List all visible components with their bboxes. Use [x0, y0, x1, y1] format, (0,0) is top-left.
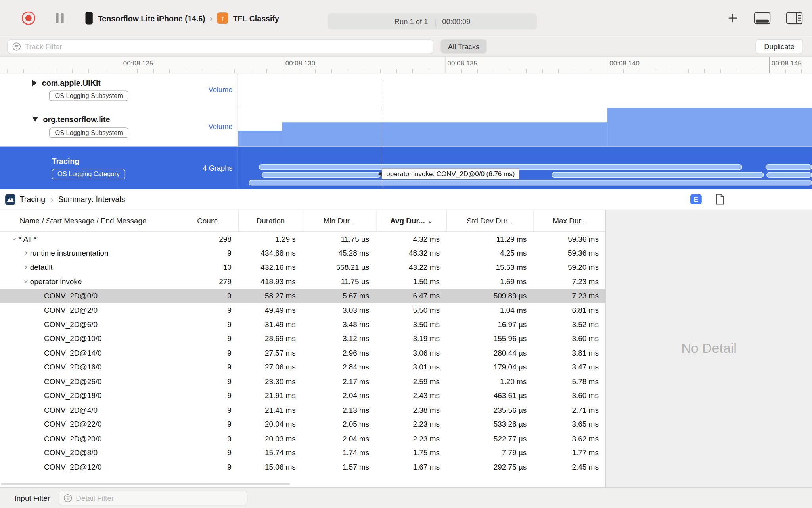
breadcrumb-current[interactable]: Summary: Intervals [58, 195, 125, 204]
right-pane-toggle-button[interactable] [786, 12, 803, 24]
row-min-duration: 2.05 ms [303, 420, 376, 428]
pause-button[interactable] [56, 13, 64, 23]
ruler-tick-label: 00:08.125 [123, 59, 153, 67]
table-row[interactable]: ›* All * 298 1.29 s 11.75 µs 4.32 ms 11.… [0, 232, 605, 246]
row-stddev-duration: 463.61 µs [447, 391, 534, 400]
row-min-duration: 2.13 ms [303, 406, 376, 414]
tracing-intervals-graph[interactable]: operator invoke: CONV_2D@0/0 (6.76 ms) [238, 147, 812, 189]
interval-bar[interactable] [552, 172, 764, 178]
interval-bar[interactable] [766, 172, 812, 178]
row-disclosure-icon[interactable]: › [22, 277, 29, 286]
track-name: Tracing [52, 156, 80, 165]
track-area: com.apple.UIKit OS Logging Subsystem Vol… [0, 73, 812, 189]
table-row[interactable]: CONV_2D@14/0 9 27.57 ms 2.96 ms 3.06 ms … [0, 346, 605, 360]
table-row[interactable]: CONV_2D@16/0 9 27.06 ms 2.84 ms 3.01 ms … [0, 360, 605, 374]
breadcrumb-root[interactable]: Tracing [20, 195, 46, 204]
table-row[interactable]: CONV_2D@22/0 9 20.04 ms 2.05 ms 2.23 ms … [0, 417, 605, 431]
record-button[interactable] [22, 12, 35, 25]
row-duration: 432.16 ms [239, 263, 303, 271]
table-row[interactable]: CONV_2D@6/0 9 31.49 ms 3.48 ms 3.50 ms 1… [0, 317, 605, 331]
row-duration: 23.30 ms [239, 377, 303, 386]
track-graph[interactable] [238, 73, 812, 106]
detail-filter-field[interactable] [58, 491, 247, 506]
track-filter-field[interactable] [7, 39, 433, 54]
ruler-tick-label: 00:08.145 [772, 59, 802, 67]
row-disclosure-icon[interactable]: › [11, 235, 18, 243]
row-stddev-duration: 292.75 µs [447, 463, 534, 471]
track-row-tracing[interactable]: Tracing OS Logging Category 4 Graphs ope… [0, 147, 812, 189]
track-row-tensorflow-lite[interactable]: org.tensorflow.lite OS Logging Subsystem… [0, 106, 812, 147]
row-min-duration: 558.21 µs [303, 263, 376, 271]
table-row[interactable]: ›runtime instrumentation 9 434.88 ms 45.… [0, 246, 605, 260]
row-count: 279 [176, 277, 239, 286]
row-name: CONV_2D@8/0 [44, 448, 98, 457]
row-stddev-duration: 179.04 µs [447, 363, 534, 371]
table-row[interactable]: CONV_2D@10/0 9 28.69 ms 3.12 ms 3.19 ms … [0, 331, 605, 346]
row-count: 298 [176, 235, 239, 243]
table-row[interactable]: CONV_2D@2/0 9 49.49 ms 3.03 ms 5.50 ms 1… [0, 303, 605, 317]
table-row[interactable]: ›operator invoke 279 418.93 ms 11.75 µs … [0, 275, 605, 289]
row-stddev-duration: 11.29 ms [447, 235, 534, 243]
table-row[interactable]: CONV_2D@20/0 9 20.03 ms 2.04 ms 2.23 ms … [0, 431, 605, 446]
row-name: * All * [19, 235, 36, 243]
track-row-uikit[interactable]: com.apple.UIKit OS Logging Subsystem Vol… [0, 73, 812, 106]
row-name: CONV_2D@22/0 [44, 420, 102, 428]
timeline-ruler[interactable]: 00:08.12500:08.13000:08.13500:08.14000:0… [0, 57, 812, 74]
extended-detail-button[interactable]: E [690, 194, 702, 204]
row-duration: 21.91 ms [239, 391, 303, 400]
row-disclosure-icon[interactable]: › [22, 250, 30, 257]
app-icon: ↑ [217, 12, 228, 24]
row-count: 9 [176, 363, 239, 371]
interval-bar[interactable] [249, 180, 812, 185]
target-selector[interactable]: Tensorflow Lite iPhone (14.6) › ↑ TFL Cl… [86, 12, 279, 24]
row-name: CONV_2D@6/0 [44, 320, 98, 329]
row-duration: 28.69 ms [239, 335, 303, 343]
detail-filter-input[interactable] [76, 494, 247, 502]
track-badge: OS Logging Subsystem [49, 127, 128, 138]
row-avg-duration: 1.67 ms [377, 463, 447, 471]
row-name: CONV_2D@10/0 [44, 335, 102, 343]
table-row[interactable]: CONV_2D@12/0 9 15.06 ms 1.57 ms 1.67 ms … [0, 460, 605, 474]
bottom-pane-toggle-button[interactable] [754, 12, 771, 24]
column-header-min[interactable]: Min Dur... [303, 210, 376, 231]
table-row[interactable]: CONV_2D@0/0 9 58.27 ms 5.67 ms 6.47 ms 5… [0, 289, 605, 303]
tracing-instrument-icon [5, 194, 15, 204]
row-max-duration: 3.62 ms [534, 434, 606, 443]
table-row[interactable]: CONV_2D@26/0 9 23.30 ms 2.17 ms 2.59 ms … [0, 374, 605, 389]
all-tracks-button[interactable]: All Tracks [441, 39, 487, 53]
duplicate-button[interactable]: Duplicate [755, 39, 803, 54]
column-header-stddev[interactable]: Std Dev Dur... [447, 210, 534, 231]
horizontal-scrollbar[interactable] [1, 483, 290, 485]
row-avg-duration: 48.32 ms [377, 249, 447, 257]
column-header-name[interactable]: Name / Start Message / End Message [0, 216, 176, 225]
row-avg-duration: 3.50 ms [377, 320, 447, 329]
disclosure-collapsed-icon[interactable] [32, 79, 37, 86]
interval-bar[interactable] [262, 172, 381, 178]
column-header-max[interactable]: Max Dur... [534, 216, 606, 225]
row-disclosure-icon[interactable]: › [22, 264, 30, 271]
table-row[interactable]: CONV_2D@8/0 9 15.74 ms 1.74 ms 1.75 ms 7… [0, 446, 605, 460]
table-row[interactable]: ›default 10 432.16 ms 558.21 µs 43.22 ms… [0, 260, 605, 275]
column-header-avg[interactable]: Avg Dur...⌄ [377, 210, 447, 231]
volume-graph[interactable] [238, 106, 812, 146]
track-filter-input[interactable] [25, 42, 433, 50]
column-header-duration[interactable]: Duration [239, 210, 303, 231]
row-duration: 1.29 s [239, 235, 303, 243]
disclosure-expanded-icon[interactable] [32, 117, 38, 122]
instruments-window: Tensorflow Lite iPhone (14.6) › ↑ TFL Cl… [0, 0, 812, 508]
filter-icon [63, 493, 73, 503]
interval-bar[interactable] [765, 164, 812, 170]
row-name: CONV_2D@26/0 [44, 377, 102, 386]
row-avg-duration: 2.38 ms [377, 406, 447, 414]
row-stddev-duration: 533.28 µs [447, 420, 534, 428]
column-header-count[interactable]: Count [176, 210, 239, 231]
track-detail-label: Volume [208, 122, 232, 131]
table-row[interactable]: CONV_2D@4/0 9 21.41 ms 2.13 ms 2.38 ms 2… [0, 403, 605, 417]
row-avg-duration: 2.23 ms [377, 420, 447, 428]
table-row[interactable]: CONV_2D@18/0 9 21.91 ms 2.04 ms 2.43 ms … [0, 389, 605, 403]
ruler-tick-label: 00:08.140 [609, 59, 640, 67]
row-stddev-duration: 235.56 µs [447, 406, 534, 414]
input-filter-label: Input Filter [15, 494, 50, 502]
add-instrument-button[interactable] [727, 12, 739, 24]
document-icon[interactable] [716, 194, 724, 204]
